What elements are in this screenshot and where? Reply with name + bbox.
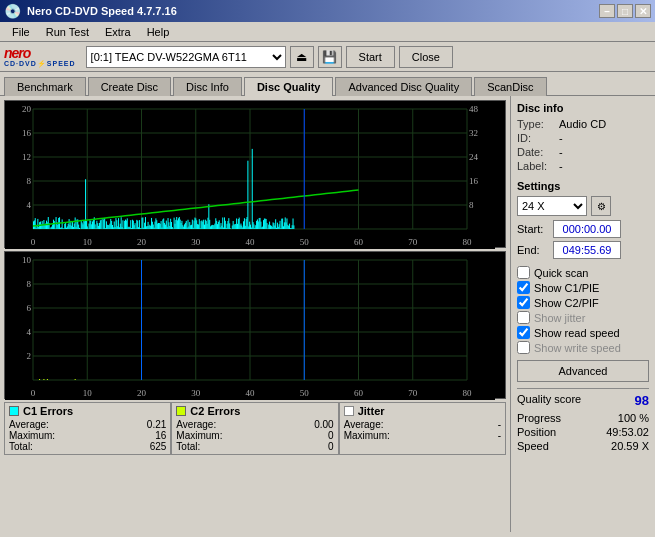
advanced-button[interactable]: Advanced	[517, 360, 649, 382]
show-c2pif-label: Show C2/PIF	[534, 297, 599, 309]
disc-date-row: Date: -	[517, 146, 649, 158]
show-c1pie-label: Show C1/PIE	[534, 282, 599, 294]
start-time-input[interactable]	[553, 220, 621, 238]
right-panel: Disc info Type: Audio CD ID: - Date: - L…	[510, 96, 655, 532]
c1-max-value: 16	[126, 430, 166, 441]
position-value: 49:53.02	[606, 426, 649, 438]
c1-avg-label: Average:	[9, 419, 49, 430]
show-jitter-label: Show jitter	[534, 312, 585, 324]
jitter-avg-value: -	[461, 419, 501, 430]
disc-id-row: ID: -	[517, 132, 649, 144]
type-value: Audio CD	[559, 118, 606, 130]
speed-icon-btn[interactable]: ⚙	[591, 196, 611, 216]
main-content: C1 Errors Average: 0.21 Maximum: 16 Tota…	[0, 95, 655, 532]
c1-chart	[4, 100, 506, 248]
show-read-speed-label: Show read speed	[534, 327, 620, 339]
show-c1pie-checkbox[interactable]	[517, 281, 530, 294]
c2-max-label: Maximum:	[176, 430, 222, 441]
quality-score-row: Quality score 98	[517, 388, 649, 408]
speed-select[interactable]: 24 X	[517, 196, 587, 216]
menu-help[interactable]: Help	[139, 24, 178, 40]
titlebar: 💿 Nero CD-DVD Speed 4.7.7.16 – □ ✕	[0, 0, 655, 22]
progress-label: Progress	[517, 412, 561, 424]
settings-title: Settings	[517, 180, 649, 192]
maximize-button[interactable]: □	[617, 4, 633, 18]
nero-logo: nero CD·DVD⚡SPEED	[4, 46, 76, 67]
tab-create-disc[interactable]: Create Disc	[88, 77, 171, 96]
close-window-button[interactable]: ✕	[635, 4, 651, 18]
window-controls: – □ ✕	[599, 4, 651, 18]
start-time-label: Start:	[517, 223, 553, 235]
save-button[interactable]: 💾	[318, 46, 342, 68]
menu-file[interactable]: File	[4, 24, 38, 40]
start-button[interactable]: Start	[346, 46, 395, 68]
menu-extra[interactable]: Extra	[97, 24, 139, 40]
menu-run-test[interactable]: Run Test	[38, 24, 97, 40]
show-c2pif-row: Show C2/PIF	[517, 296, 649, 309]
show-jitter-row: Show jitter	[517, 311, 649, 324]
c2-max-value: 0	[294, 430, 334, 441]
jitter-color	[344, 406, 354, 416]
show-write-speed-checkbox[interactable]	[517, 341, 530, 354]
speed-row: 24 X ⚙	[517, 196, 649, 216]
progress-value: 100 %	[618, 412, 649, 424]
eject-button[interactable]: ⏏	[290, 46, 314, 68]
menubar: File Run Test Extra Help	[0, 22, 655, 42]
c1-title: C1 Errors	[23, 405, 73, 417]
show-read-speed-row: Show read speed	[517, 326, 649, 339]
tab-bar: Benchmark Create Disc Disc Info Disc Qua…	[0, 72, 655, 95]
tab-disc-info[interactable]: Disc Info	[173, 77, 242, 96]
jitter-stats: Jitter Average: - Maximum: -	[339, 402, 506, 455]
quality-score-label: Quality score	[517, 393, 581, 408]
show-write-speed-row: Show write speed	[517, 341, 649, 354]
speed-label: Speed	[517, 440, 549, 452]
c2-color	[176, 406, 186, 416]
disc-label-value: -	[559, 160, 563, 172]
tab-disc-quality[interactable]: Disc Quality	[244, 77, 334, 96]
quick-scan-label: Quick scan	[534, 267, 588, 279]
tab-advanced-disc-quality[interactable]: Advanced Disc Quality	[335, 77, 472, 96]
close-button[interactable]: Close	[399, 46, 453, 68]
tab-benchmark[interactable]: Benchmark	[4, 77, 86, 96]
jitter-max-label: Maximum:	[344, 430, 390, 441]
toolbar: nero CD·DVD⚡SPEED [0:1] TEAC DV-W522GMA …	[0, 42, 655, 72]
jitter-max-value: -	[461, 430, 501, 441]
disc-label-row: Label: -	[517, 160, 649, 172]
end-time-row: End:	[517, 241, 649, 259]
drive-select[interactable]: [0:1] TEAC DV-W522GMA 6T11	[86, 46, 286, 68]
quick-scan-checkbox[interactable]	[517, 266, 530, 279]
c2-stats: C2 Errors Average: 0.00 Maximum: 0 Total…	[171, 402, 338, 455]
c1-total-label: Total:	[9, 441, 33, 452]
speed-value: 20.59 X	[611, 440, 649, 452]
disc-info-title: Disc info	[517, 102, 649, 114]
show-read-speed-checkbox[interactable]	[517, 326, 530, 339]
tab-scan-disc[interactable]: ScanDisc	[474, 77, 546, 96]
show-c1pie-row: Show C1/PIE	[517, 281, 649, 294]
quality-score-value: 98	[635, 393, 649, 408]
c2-total-value: 0	[294, 441, 334, 452]
end-time-label: End:	[517, 244, 553, 256]
c2-avg-label: Average:	[176, 419, 216, 430]
date-value: -	[559, 146, 563, 158]
date-label: Date:	[517, 146, 559, 158]
c2-avg-value: 0.00	[294, 419, 334, 430]
disc-label-label: Label:	[517, 160, 559, 172]
charts-area: C1 Errors Average: 0.21 Maximum: 16 Tota…	[0, 96, 510, 532]
c2-title: C2 Errors	[190, 405, 240, 417]
progress-section: Progress 100 % Position 49:53.02 Speed 2…	[517, 412, 649, 452]
speed-row-prog: Speed 20.59 X	[517, 440, 649, 452]
show-write-speed-label: Show write speed	[534, 342, 621, 354]
minimize-button[interactable]: –	[599, 4, 615, 18]
jitter-avg-label: Average:	[344, 419, 384, 430]
stats-row: C1 Errors Average: 0.21 Maximum: 16 Tota…	[4, 402, 506, 455]
c2-chart	[4, 251, 506, 399]
show-c2pif-checkbox[interactable]	[517, 296, 530, 309]
window-title: Nero CD-DVD Speed 4.7.7.16	[27, 5, 177, 17]
jitter-title: Jitter	[358, 405, 385, 417]
end-time-input[interactable]	[553, 241, 621, 259]
disc-type-row: Type: Audio CD	[517, 118, 649, 130]
show-jitter-checkbox[interactable]	[517, 311, 530, 324]
position-row: Position 49:53.02	[517, 426, 649, 438]
quick-scan-row: Quick scan	[517, 266, 649, 279]
start-time-row: Start:	[517, 220, 649, 238]
